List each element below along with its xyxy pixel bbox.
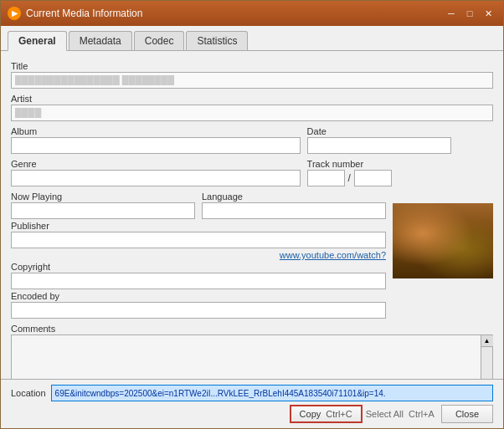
tab-general[interactable]: General xyxy=(8,31,67,51)
album-input[interactable] xyxy=(11,137,301,154)
publisher-field-group: Publisher xyxy=(11,221,386,248)
bottom-bar: Location Copy Ctrl+C Select All Ctrl+A C… xyxy=(1,379,503,428)
encoded-by-input[interactable] xyxy=(11,302,386,319)
track-col: Track number / xyxy=(307,157,452,186)
vlc-icon: ▶ xyxy=(8,7,21,20)
title-controls: ─ □ ✕ xyxy=(443,6,496,21)
publisher-input[interactable] xyxy=(11,232,386,248)
comments-field-group: Comments ▲ ▼ xyxy=(11,322,493,379)
copy-shortcut: Ctrl+C xyxy=(326,409,352,419)
tab-metadata[interactable]: Metadata xyxy=(69,31,132,50)
genre-input[interactable] xyxy=(11,170,301,186)
date-label: Date xyxy=(307,126,452,136)
track-number-input[interactable] xyxy=(307,170,345,186)
select-all-label: Select All xyxy=(366,409,404,419)
window-title: Current Media Information xyxy=(26,8,142,19)
scrollbar: ▲ ▼ xyxy=(481,335,493,379)
nowplaying-col: Now Playing xyxy=(11,190,195,219)
copyright-label: Copyright xyxy=(11,262,386,272)
publisher-label: Publisher xyxy=(11,221,386,231)
content-area: Title Artist Album Date Genre xyxy=(1,51,503,379)
copyright-input[interactable] xyxy=(11,273,386,289)
location-input[interactable] xyxy=(51,385,493,401)
encoded-by-label: Encoded by xyxy=(11,291,386,301)
tab-codec[interactable]: Codec xyxy=(134,31,185,50)
title-bar: ▶ Current Media Information ─ □ ✕ xyxy=(1,1,503,26)
copyright-field-group: Copyright xyxy=(11,262,386,289)
album-date-row: Album Date xyxy=(11,125,493,154)
copy-label: Copy xyxy=(300,409,321,419)
genre-track-row: Genre Track number / xyxy=(11,157,493,186)
language-col: Language xyxy=(202,190,386,219)
track-number2-input[interactable] xyxy=(354,170,392,186)
artist-input[interactable] xyxy=(11,105,493,121)
now-playing-label: Now Playing xyxy=(11,192,195,202)
minimize-button[interactable]: ─ xyxy=(443,6,460,21)
thumbnail-image xyxy=(393,203,493,278)
location-row: Location xyxy=(11,385,493,401)
encoded-by-field-group: Encoded by xyxy=(11,291,386,319)
track-number-row: / xyxy=(307,170,452,186)
close-button[interactable]: Close xyxy=(441,405,493,423)
maximize-button[interactable]: □ xyxy=(461,6,478,21)
copy-button[interactable]: Copy Ctrl+C xyxy=(290,405,363,423)
tab-statistics[interactable]: Statistics xyxy=(186,31,248,50)
title-label: Title xyxy=(11,61,493,71)
thumbnail xyxy=(393,203,493,278)
date-col: Date xyxy=(307,125,452,154)
language-label: Language xyxy=(202,192,386,202)
location-label: Location xyxy=(11,388,46,398)
playing-fields: Now Playing Language Publisher www.youtu… xyxy=(11,190,386,319)
artist-field-group: Artist xyxy=(11,92,493,121)
date-input[interactable] xyxy=(307,137,452,154)
playing-section: Now Playing Language Publisher www.youtu… xyxy=(11,190,493,319)
tabs-bar: General Metadata Codec Statistics xyxy=(1,26,503,51)
track-number-label: Track number xyxy=(307,159,452,169)
artist-label: Artist xyxy=(11,94,493,104)
title-bar-left: ▶ Current Media Information xyxy=(8,7,142,20)
track-slash: / xyxy=(348,172,351,184)
comments-label: Comments xyxy=(11,324,493,334)
select-all-shortcut: Ctrl+A xyxy=(409,409,435,419)
window-close-button[interactable]: ✕ xyxy=(480,6,496,21)
genre-label: Genre xyxy=(11,159,301,169)
album-col: Album xyxy=(11,125,301,154)
album-label: Album xyxy=(11,126,301,136)
youtube-link[interactable]: www.youtube.com/watch? xyxy=(11,250,386,260)
title-field-group: Title xyxy=(11,59,493,89)
title-input[interactable] xyxy=(11,72,493,89)
comments-textarea[interactable] xyxy=(11,335,481,379)
scrollbar-track xyxy=(481,347,492,379)
button-row: Copy Ctrl+C Select All Ctrl+A Close xyxy=(11,405,493,423)
nowplaying-lang-row: Now Playing Language xyxy=(11,190,386,219)
genre-col: Genre xyxy=(11,157,301,186)
main-window: ▶ Current Media Information ─ □ ✕ Genera… xyxy=(0,0,504,429)
now-playing-input[interactable] xyxy=(11,202,195,219)
language-input[interactable] xyxy=(202,202,386,219)
scrollbar-up-button[interactable]: ▲ xyxy=(481,335,493,347)
comments-wrapper: ▲ ▼ xyxy=(11,335,493,379)
